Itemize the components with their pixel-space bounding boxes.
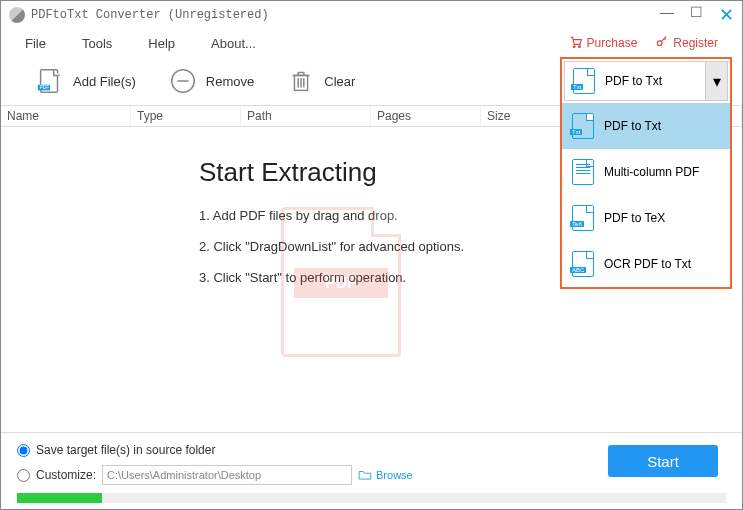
menu-help[interactable]: Help [148,36,175,51]
col-path[interactable]: Path [241,106,371,126]
dropdown-item-pdf-to-tex[interactable]: TeX PDF to TeX [562,195,730,241]
menu-tools[interactable]: Tools [82,36,112,51]
key-icon [655,35,669,52]
start-button[interactable]: Start [608,445,718,477]
footer: Save target file(s) in source folder Cus… [1,432,742,509]
purchase-link[interactable]: Purchase [569,35,638,52]
add-file-icon: PDF [35,66,65,96]
window-title: PDFtoTxt Converter (Unregistered) [31,8,660,22]
chevron-down-icon[interactable]: ▾ [705,62,727,100]
file-icon [572,159,594,185]
menu-file[interactable]: File [25,36,46,51]
dropdown-list: Txt PDF to Txt Multi-column PDF TeX PDF … [562,103,730,287]
add-files-button[interactable]: PDF Add File(s) [21,62,150,100]
svg-point-0 [573,45,575,47]
folder-icon [358,469,372,481]
svg-point-2 [658,40,663,45]
menubar: File Tools Help About... Purchase Regist… [1,29,742,57]
label-customize: Customize: [36,468,96,482]
register-link[interactable]: Register [655,35,718,52]
path-input[interactable] [102,465,352,485]
file-icon: ABC [572,251,594,277]
file-icon: Txt [572,113,594,139]
remove-button[interactable]: Remove [154,62,268,100]
svg-point-1 [578,45,580,47]
col-name[interactable]: Name [1,106,131,126]
pdf-watermark-icon: PDF [281,207,401,357]
dropdown-item-multicolumn[interactable]: Multi-column PDF [562,149,730,195]
app-logo-icon [9,7,25,23]
col-type[interactable]: Type [131,106,241,126]
file-icon: TeX [572,205,594,231]
cart-icon [569,35,583,52]
trash-icon [286,66,316,96]
conversion-dropdown: Txt PDF to Txt ▾ Txt PDF to Txt Multi-co… [560,57,732,289]
file-icon: Txt [573,68,595,94]
clear-button[interactable]: Clear [272,62,369,100]
progress-bar [17,493,726,503]
radio-source-folder[interactable] [17,444,30,457]
radio-customize[interactable] [17,469,30,482]
dropdown-item-ocr[interactable]: ABC OCR PDF to Txt [562,241,730,287]
label-source-folder: Save target file(s) in source folder [36,443,215,457]
remove-icon [168,66,198,96]
svg-text:PDF: PDF [40,85,49,90]
minimize-button[interactable]: — [660,4,674,26]
maximize-button[interactable]: ☐ [690,4,703,26]
dropdown-selected[interactable]: Txt PDF to Txt ▾ [564,61,728,101]
menu-about[interactable]: About... [211,36,256,51]
dropdown-item-pdf-to-txt[interactable]: Txt PDF to Txt [562,103,730,149]
col-pages[interactable]: Pages [371,106,481,126]
close-button[interactable]: ✕ [719,4,734,26]
titlebar: PDFtoTxt Converter (Unregistered) — ☐ ✕ [1,1,742,29]
browse-button[interactable]: Browse [358,469,413,481]
